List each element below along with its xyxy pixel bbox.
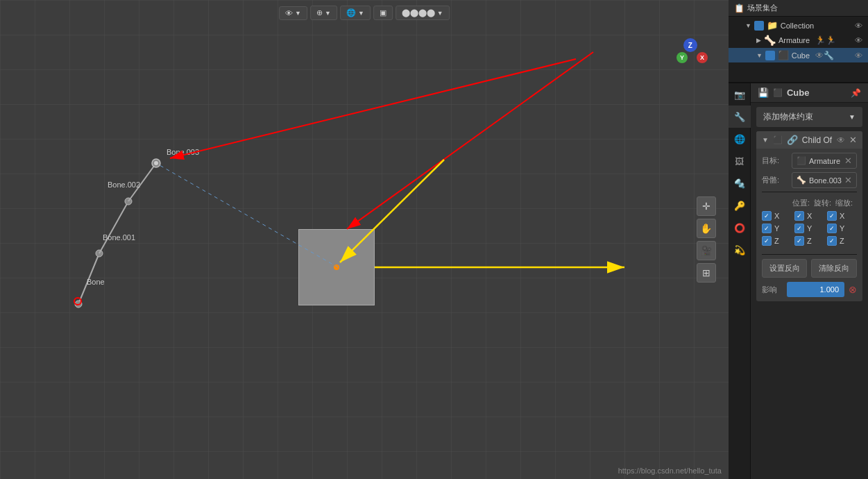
viewport-shading-btn[interactable]: 👁▼ <box>279 6 307 20</box>
svg-point-7 <box>154 161 158 165</box>
armature-visibility-icon[interactable]: 👁 <box>855 36 862 44</box>
bones-svg <box>0 0 729 479</box>
rot-x-label: X <box>807 212 812 220</box>
bone-value-text: Bone.003 <box>809 176 842 185</box>
transform-headers: 位置: 旋转: 缩放: <box>762 198 857 208</box>
pin-icon[interactable]: 📌 <box>851 88 861 98</box>
rot-y-label: Y <box>807 224 812 233</box>
tree-item-cube[interactable]: ▼ ⬛ Cube 👁🔧 👁 <box>729 48 868 62</box>
scale-x-group: X <box>827 211 857 221</box>
collection-folder-icon: 📁 <box>767 20 778 31</box>
armature-expand-icon: ▶ <box>756 37 761 44</box>
rot-x-group: X <box>794 211 824 221</box>
viewport-overlay-btn[interactable]: ⊕▼ <box>310 6 337 20</box>
scene-icon-btn[interactable]: 📷 <box>729 83 751 106</box>
pos-x-checkbox[interactable] <box>762 211 772 221</box>
rot-y-checkbox[interactable] <box>794 224 804 233</box>
scale-y-group: Y <box>827 224 857 233</box>
scale-z-checkbox[interactable] <box>827 236 837 246</box>
scale-y-label: Y <box>840 224 844 233</box>
scale-x-label: X <box>840 212 844 220</box>
collection-checkbox[interactable] <box>754 21 764 31</box>
tree-item-armature[interactable]: ▶ 🦴 Armature 🏃🏃 👁 <box>729 33 868 48</box>
scene-btn[interactable]: 🔩 <box>729 172 751 194</box>
collection-expand-icon: ▼ <box>745 22 751 29</box>
tree-item-collection[interactable]: ▼ 📁 Collection 👁 <box>729 18 868 33</box>
rot-x-checkbox[interactable] <box>794 211 804 221</box>
influence-slider[interactable]: 1.000 <box>787 282 844 297</box>
url-bar: https://blog.csdn.net/hello_tuta <box>618 467 722 475</box>
target-label: 目标: <box>762 156 786 166</box>
world-btn[interactable]: 🔑 <box>729 194 751 217</box>
rot-z-checkbox[interactable] <box>794 236 804 246</box>
pos-z-checkbox[interactable] <box>762 236 772 246</box>
set-inverse-btn[interactable]: 设置反向 <box>762 259 808 278</box>
constraint-body: 目标: ⬛ Armature ✕ 骨骼: 🦴 <box>756 149 862 301</box>
influence-label: 影响 <box>762 285 783 295</box>
bone-label: 骨骼: <box>762 175 786 185</box>
y-axis-row: Y Y Y <box>762 224 857 233</box>
tree-item-armature-label: Armature <box>778 36 810 44</box>
constraint-remove-btn[interactable]: ✕ <box>849 135 857 145</box>
right-panels: 📋 场景集合 ▼ 📁 Collection 👁 ▶ <box>729 0 868 479</box>
props-icons-column: 📷 🔧 🌐 🖼 🔩 🔑 ⭕ 💫 <box>729 83 751 479</box>
bone-clear-btn[interactable]: ✕ <box>844 175 852 185</box>
position-header: 位置: <box>792 198 814 208</box>
scale-y-checkbox[interactable] <box>827 224 837 233</box>
origin-dot <box>74 297 82 305</box>
x-axis: X <box>697 52 708 63</box>
influence-reset-btn[interactable]: ⊗ <box>849 284 857 295</box>
viewport-gizmo-btn[interactable]: 🌐▼ <box>340 6 371 20</box>
outliner-title: 场景集合 <box>747 3 778 13</box>
rotation-header: 旋转: <box>814 198 835 208</box>
rot-z-group: Z <box>794 236 824 246</box>
cube-mesh-icon: ⬛ <box>778 50 789 60</box>
influence-value: 1.000 <box>819 285 839 294</box>
cube-checkbox[interactable] <box>765 51 775 60</box>
constraint-type-icon: ⬛ <box>773 135 783 144</box>
target-mesh-icon: ⬛ <box>797 156 806 165</box>
constraint-item-child-of: ▼ ⬛ 🔗 Child Of 👁 ✕ 目标: ⬛ Arm <box>756 131 862 301</box>
scale-x-checkbox[interactable] <box>827 211 837 221</box>
influence-row: 影响 1.000 ⊗ <box>762 282 857 297</box>
target-value-field[interactable]: ⬛ Armature ✕ <box>792 153 857 169</box>
add-constraint-btn[interactable]: 添加物体约束 ▼ <box>756 107 862 127</box>
main-container: 👁▼ ⊕▼ 🌐▼ ▣ ⬤⬤⬤⬤▼ Z Y X ✛ <box>0 0 868 479</box>
output-icon-btn[interactable]: 🌐 <box>729 128 751 150</box>
transform-section: 位置: 旋转: 缩放: X <box>762 195 857 251</box>
modifier-btn[interactable]: 💫 <box>729 239 751 261</box>
viewport-mode-btn[interactable]: ⬤⬤⬤⬤▼ <box>395 6 450 20</box>
constraint-visibility-toggle[interactable]: 👁 <box>837 135 845 145</box>
clear-inverse-btn[interactable]: 清除反向 <box>811 259 857 278</box>
grid-tool-btn[interactable]: ⊞ <box>697 263 716 283</box>
properties-main: 💾 ⬛ Cube 📌 添加物体约束 ▼ ▼ ⬛ 🔗 Child <box>751 83 868 479</box>
viewport-tools: ✛ ✋ 🎥 ⊞ <box>697 196 716 283</box>
constraint-link-icon: 🔗 <box>787 135 798 145</box>
svg-line-3 <box>99 201 128 253</box>
constraint-title-bar[interactable]: ▼ ⬛ 🔗 Child Of 👁 ✕ <box>756 131 862 149</box>
pos-y-checkbox[interactable] <box>762 224 772 233</box>
pos-y-group: Y <box>762 224 792 233</box>
bone-value-field[interactable]: 🦴 Bone.003 ✕ <box>792 172 857 188</box>
cube-visibility-icon[interactable]: 👁 <box>855 51 862 60</box>
render-icon-btn[interactable]: 🔧 <box>729 106 751 128</box>
target-value-text: Armature <box>809 157 840 165</box>
viewport-view-btn[interactable]: ▣ <box>373 6 393 20</box>
armature-icon: 🦴 <box>764 35 776 46</box>
pos-x-group: X <box>762 211 792 221</box>
add-tool-btn[interactable]: ✛ <box>697 196 716 216</box>
move-tool-btn[interactable]: ✋ <box>697 219 716 238</box>
target-clear-btn[interactable]: ✕ <box>844 156 852 166</box>
outliner-header: 📋 场景集合 <box>729 0 868 17</box>
add-constraint-label: 添加物体约束 <box>763 111 813 123</box>
viewport-toolbar: 👁▼ ⊕▼ 🌐▼ ▣ ⬤⬤⬤⬤▼ <box>279 6 450 20</box>
camera-tool-btn[interactable]: 🎥 <box>697 241 716 260</box>
viewport[interactable]: 👁▼ ⊕▼ 🌐▼ ▣ ⬤⬤⬤⬤▼ Z Y X ✛ <box>0 0 729 479</box>
view-layer-btn[interactable]: 🖼 <box>729 150 751 172</box>
object-btn[interactable]: ⭕ <box>729 217 751 239</box>
svg-line-0 <box>78 253 99 304</box>
collection-visibility-icon[interactable]: 👁 <box>855 22 862 30</box>
bone-field-row: 骨骼: 🦴 Bone.003 ✕ <box>762 172 857 188</box>
header-icon2: ⬛ <box>773 88 783 97</box>
svg-line-8 <box>160 165 338 267</box>
